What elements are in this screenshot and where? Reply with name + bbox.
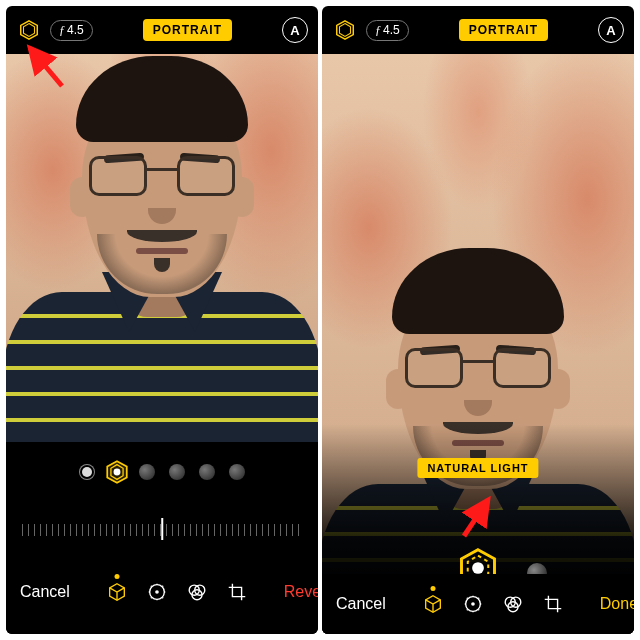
markup-icon: A bbox=[290, 23, 299, 38]
crop-tab-button[interactable] bbox=[542, 592, 564, 616]
lighting-option-4[interactable] bbox=[194, 459, 220, 485]
top-toolbar: ƒ 4.5 PORTRAIT A bbox=[322, 6, 634, 54]
adjust-tab-button[interactable] bbox=[462, 592, 484, 616]
done-button[interactable]: Done bbox=[600, 595, 634, 613]
annotation-arrow bbox=[450, 486, 506, 542]
svg-point-18 bbox=[471, 602, 475, 606]
lighting-option-selected[interactable] bbox=[104, 459, 130, 485]
photo-preview bbox=[6, 54, 318, 442]
markup-button[interactable]: A bbox=[598, 17, 624, 43]
markup-button[interactable]: A bbox=[282, 17, 308, 43]
filters-icon bbox=[502, 593, 524, 615]
cube-icon bbox=[106, 581, 128, 603]
annotation-arrow bbox=[16, 36, 72, 92]
screen-right: ƒ 4.5 PORTRAIT A bbox=[322, 6, 634, 634]
dial-icon bbox=[462, 593, 484, 615]
filters-icon bbox=[186, 581, 208, 603]
svg-point-7 bbox=[155, 590, 159, 594]
lighting-option-2[interactable] bbox=[134, 459, 160, 485]
revert-button[interactable]: Revert bbox=[284, 583, 318, 601]
intensity-slider[interactable] bbox=[6, 502, 318, 550]
lighting-name-badge: NATURAL LIGHT bbox=[417, 458, 538, 478]
fstop-value: 4.5 bbox=[67, 23, 84, 37]
bottom-toolbar: Cancel Revert bbox=[6, 550, 318, 634]
cube-icon bbox=[422, 593, 444, 615]
filters-tab-button[interactable] bbox=[502, 592, 524, 616]
aperture-button[interactable]: ƒ 4.5 bbox=[366, 20, 409, 41]
adjust-tab-button[interactable] bbox=[146, 580, 168, 604]
svg-marker-1 bbox=[24, 24, 35, 37]
crop-icon bbox=[542, 593, 564, 615]
lighting-option-5[interactable] bbox=[224, 459, 250, 485]
lighting-mode-button[interactable] bbox=[332, 17, 358, 43]
portrait-tab-button[interactable] bbox=[106, 580, 128, 604]
cancel-button[interactable]: Cancel bbox=[20, 583, 70, 601]
screen-left: ƒ 4.5 PORTRAIT A bbox=[6, 6, 318, 634]
filters-tab-button[interactable] bbox=[186, 580, 208, 604]
fstop-prefix: ƒ bbox=[375, 23, 381, 38]
portrait-tab-button[interactable] bbox=[422, 592, 444, 616]
portrait-badge: PORTRAIT bbox=[143, 19, 232, 41]
cancel-button[interactable]: Cancel bbox=[336, 595, 386, 613]
photo-preview: NATURAL LIGHT bbox=[322, 54, 634, 634]
lighting-option-3[interactable] bbox=[164, 459, 190, 485]
hexagon-selected-icon bbox=[104, 453, 130, 491]
dial-icon bbox=[146, 581, 168, 603]
crop-tab-button[interactable] bbox=[226, 580, 248, 604]
markup-icon: A bbox=[606, 23, 615, 38]
edit-panel: Cancel Revert bbox=[6, 442, 318, 634]
portrait-badge: PORTRAIT bbox=[459, 19, 548, 41]
svg-point-15 bbox=[472, 562, 484, 574]
lighting-options-row[interactable] bbox=[6, 442, 318, 502]
hexagon-icon bbox=[334, 19, 356, 41]
bottom-toolbar: Cancel Done bbox=[322, 574, 634, 634]
crop-icon bbox=[226, 581, 248, 603]
svg-point-4 bbox=[114, 469, 121, 476]
fstop-value: 4.5 bbox=[383, 23, 400, 37]
svg-marker-12 bbox=[340, 24, 351, 37]
lighting-option-natural[interactable] bbox=[74, 459, 100, 485]
